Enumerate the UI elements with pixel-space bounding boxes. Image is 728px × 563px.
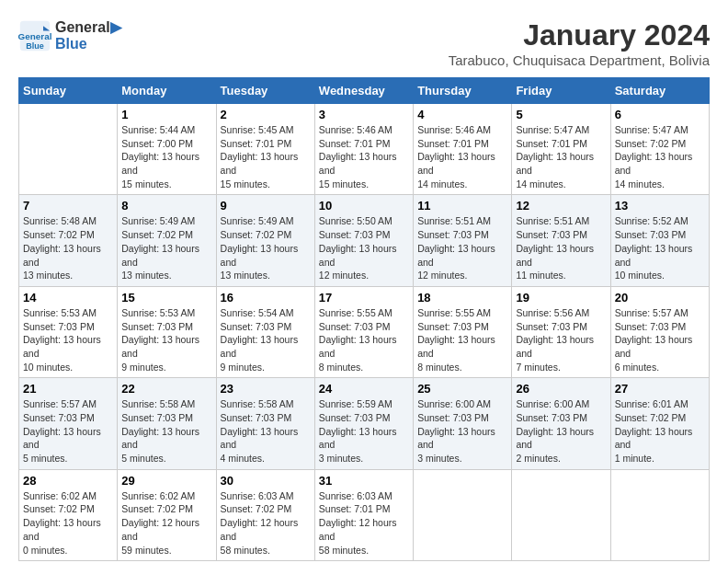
day-number: 6: [615, 108, 705, 121]
day-info: Sunrise: 5:49 AMSunset: 7:02 PMDaylight:…: [121, 214, 211, 282]
calendar-cell: 15Sunrise: 5:53 AMSunset: 7:03 PMDayligh…: [118, 286, 216, 377]
logo-text: General▶: [55, 18, 121, 36]
calendar-cell: [414, 469, 512, 560]
logo-blue: Blue: [55, 36, 121, 52]
calendar-cell: 14Sunrise: 5:53 AMSunset: 7:03 PMDayligh…: [19, 286, 118, 377]
calendar-cell: 6Sunrise: 5:47 AMSunset: 7:02 PMDaylight…: [610, 104, 709, 195]
day-number: 4: [417, 108, 507, 121]
calendar-cell: 2Sunrise: 5:45 AMSunset: 7:01 PMDaylight…: [216, 104, 314, 195]
day-number: 12: [516, 199, 606, 213]
weekday-header-sunday: Sunday: [19, 78, 118, 104]
calendar-cell: 4Sunrise: 5:46 AMSunset: 7:01 PMDaylight…: [414, 104, 512, 195]
day-info: Sunrise: 6:03 AMSunset: 7:01 PMDaylight:…: [319, 489, 409, 557]
logo-icon: General Blue: [18, 19, 51, 52]
day-info: Sunrise: 5:49 AMSunset: 7:02 PMDaylight:…: [221, 214, 311, 282]
day-info: Sunrise: 5:54 AMSunset: 7:03 PMDaylight:…: [221, 306, 311, 373]
location: Tarabuco, Chuquisaca Department, Bolivia: [449, 52, 710, 68]
day-number: 8: [121, 199, 211, 213]
calendar-cell: 8Sunrise: 5:49 AMSunset: 7:02 PMDaylight…: [118, 195, 216, 286]
day-info: Sunrise: 6:02 AMSunset: 7:02 PMDaylight:…: [121, 489, 211, 557]
calendar-cell: 17Sunrise: 5:55 AMSunset: 7:03 PMDayligh…: [314, 286, 413, 377]
calendar-week-1: 1Sunrise: 5:44 AMSunset: 7:00 PMDaylight…: [19, 104, 710, 195]
day-info: Sunrise: 5:48 AMSunset: 7:02 PMDaylight:…: [23, 214, 113, 282]
day-number: 29: [121, 474, 211, 488]
calendar-cell: 19Sunrise: 5:56 AMSunset: 7:03 PMDayligh…: [512, 286, 610, 377]
day-number: 2: [221, 108, 311, 121]
calendar-cell: 31Sunrise: 6:03 AMSunset: 7:01 PMDayligh…: [314, 469, 413, 560]
day-info: Sunrise: 5:45 AMSunset: 7:01 PMDaylight:…: [221, 123, 311, 190]
calendar-cell: 29Sunrise: 6:02 AMSunset: 7:02 PMDayligh…: [118, 469, 216, 560]
day-info: Sunrise: 6:03 AMSunset: 7:02 PMDaylight:…: [221, 489, 311, 557]
day-number: 25: [417, 382, 507, 396]
day-info: Sunrise: 5:59 AMSunset: 7:03 PMDaylight:…: [319, 397, 409, 465]
day-info: Sunrise: 5:52 AMSunset: 7:03 PMDaylight:…: [615, 214, 705, 282]
day-info: Sunrise: 5:53 AMSunset: 7:03 PMDaylight:…: [23, 306, 113, 373]
svg-text:Blue: Blue: [26, 40, 44, 50]
day-number: 5: [516, 108, 606, 121]
calendar-cell: 7Sunrise: 5:48 AMSunset: 7:02 PMDaylight…: [19, 195, 118, 286]
day-info: Sunrise: 5:58 AMSunset: 7:03 PMDaylight:…: [121, 397, 211, 465]
calendar-header-row: SundayMondayTuesdayWednesdayThursdayFrid…: [19, 78, 710, 104]
day-number: 23: [221, 382, 311, 396]
calendar-cell: 21Sunrise: 5:57 AMSunset: 7:03 PMDayligh…: [19, 378, 118, 469]
calendar-cell: 11Sunrise: 5:51 AMSunset: 7:03 PMDayligh…: [414, 195, 512, 286]
day-number: 18: [417, 291, 507, 304]
day-number: 13: [615, 199, 705, 213]
day-number: 16: [221, 291, 311, 304]
svg-text:General: General: [18, 30, 51, 40]
day-number: 14: [23, 291, 113, 304]
weekday-header-friday: Friday: [512, 78, 610, 104]
day-number: 3: [319, 108, 409, 121]
weekday-header-wednesday: Wednesday: [314, 78, 413, 104]
calendar-week-2: 7Sunrise: 5:48 AMSunset: 7:02 PMDaylight…: [19, 195, 710, 286]
day-number: 10: [319, 199, 409, 213]
day-number: 11: [417, 199, 507, 213]
calendar-cell: 3Sunrise: 5:46 AMSunset: 7:01 PMDaylight…: [314, 104, 413, 195]
calendar-cell: 23Sunrise: 5:58 AMSunset: 7:03 PMDayligh…: [216, 378, 314, 469]
calendar-cell: 22Sunrise: 5:58 AMSunset: 7:03 PMDayligh…: [118, 378, 216, 469]
calendar-week-5: 28Sunrise: 6:02 AMSunset: 7:02 PMDayligh…: [19, 469, 710, 560]
day-number: 22: [121, 382, 211, 396]
day-number: 1: [121, 108, 211, 121]
calendar-cell: 5Sunrise: 5:47 AMSunset: 7:01 PMDaylight…: [512, 104, 610, 195]
day-number: 27: [615, 382, 705, 396]
month-year: January 2024: [449, 18, 710, 52]
weekday-header-monday: Monday: [118, 78, 216, 104]
day-number: 26: [516, 382, 606, 396]
calendar-cell: 16Sunrise: 5:54 AMSunset: 7:03 PMDayligh…: [216, 286, 314, 377]
day-number: 9: [221, 199, 311, 213]
day-number: 21: [23, 382, 113, 396]
day-info: Sunrise: 5:56 AMSunset: 7:03 PMDaylight:…: [516, 306, 606, 373]
calendar-cell: 12Sunrise: 5:51 AMSunset: 7:03 PMDayligh…: [512, 195, 610, 286]
day-number: 20: [615, 291, 705, 304]
calendar-cell: [610, 469, 709, 560]
day-info: Sunrise: 5:55 AMSunset: 7:03 PMDaylight:…: [417, 306, 507, 373]
calendar-cell: 9Sunrise: 5:49 AMSunset: 7:02 PMDaylight…: [216, 195, 314, 286]
day-info: Sunrise: 5:55 AMSunset: 7:03 PMDaylight:…: [319, 306, 409, 373]
day-info: Sunrise: 5:57 AMSunset: 7:03 PMDaylight:…: [615, 306, 705, 373]
calendar-cell: 24Sunrise: 5:59 AMSunset: 7:03 PMDayligh…: [314, 378, 413, 469]
day-info: Sunrise: 5:46 AMSunset: 7:01 PMDaylight:…: [319, 123, 409, 190]
calendar-cell: 10Sunrise: 5:50 AMSunset: 7:03 PMDayligh…: [314, 195, 413, 286]
calendar-cell: 26Sunrise: 6:00 AMSunset: 7:03 PMDayligh…: [512, 378, 610, 469]
calendar-cell: 25Sunrise: 6:00 AMSunset: 7:03 PMDayligh…: [414, 378, 512, 469]
weekday-header-saturday: Saturday: [610, 78, 709, 104]
day-number: 19: [516, 291, 606, 304]
day-info: Sunrise: 6:02 AMSunset: 7:02 PMDaylight:…: [23, 489, 113, 557]
calendar-cell: 1Sunrise: 5:44 AMSunset: 7:00 PMDaylight…: [118, 104, 216, 195]
day-info: Sunrise: 5:44 AMSunset: 7:00 PMDaylight:…: [121, 123, 211, 190]
logo: General Blue General▶ Blue: [18, 18, 121, 52]
day-number: 7: [23, 199, 113, 213]
day-info: Sunrise: 5:57 AMSunset: 7:03 PMDaylight:…: [23, 397, 113, 465]
day-info: Sunrise: 6:00 AMSunset: 7:03 PMDaylight:…: [516, 397, 606, 465]
day-number: 17: [319, 291, 409, 304]
calendar-cell: [19, 104, 118, 195]
calendar-cell: 18Sunrise: 5:55 AMSunset: 7:03 PMDayligh…: [414, 286, 512, 377]
calendar-cell: 27Sunrise: 6:01 AMSunset: 7:02 PMDayligh…: [610, 378, 709, 469]
day-info: Sunrise: 5:58 AMSunset: 7:03 PMDaylight:…: [221, 397, 311, 465]
calendar-table: SundayMondayTuesdayWednesdayThursdayFrid…: [18, 77, 710, 561]
day-number: 15: [121, 291, 211, 304]
day-info: Sunrise: 5:47 AMSunset: 7:01 PMDaylight:…: [516, 123, 606, 190]
calendar-cell: 28Sunrise: 6:02 AMSunset: 7:02 PMDayligh…: [19, 469, 118, 560]
day-number: 24: [319, 382, 409, 396]
